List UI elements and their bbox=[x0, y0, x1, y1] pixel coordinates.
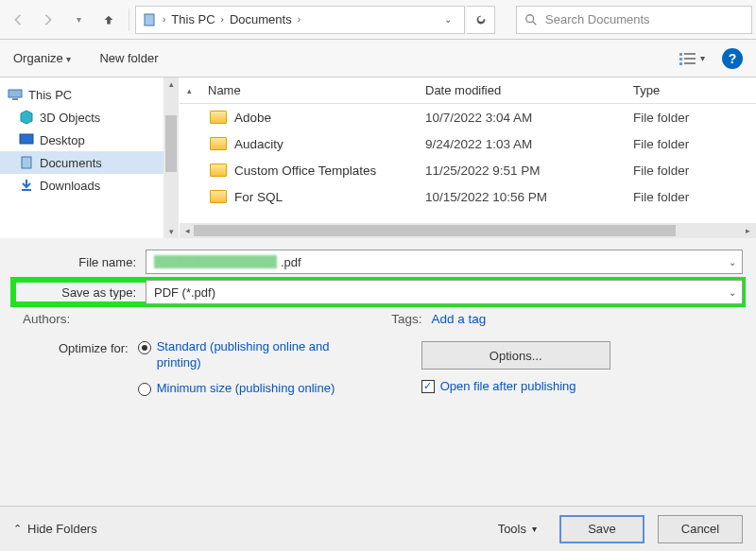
svg-rect-5 bbox=[679, 58, 682, 60]
cancel-button[interactable]: Cancel bbox=[658, 515, 743, 543]
folder-icon bbox=[210, 137, 227, 150]
svg-rect-7 bbox=[679, 62, 682, 65]
dialog-footer: ⌃ Hide Folders Tools▾ Save Cancel bbox=[0, 506, 756, 551]
chevron-right-icon: › bbox=[163, 14, 165, 25]
chevron-up-icon: ⌃ bbox=[13, 523, 22, 535]
folder-icon bbox=[210, 111, 227, 124]
table-row[interactable]: For SQL 10/15/2022 10:56 PM File folder bbox=[180, 183, 756, 210]
crumb-this-pc[interactable]: This PC› bbox=[171, 12, 224, 26]
svg-rect-4 bbox=[684, 53, 696, 55]
options-button[interactable]: Options... bbox=[421, 341, 610, 370]
table-row[interactable]: Custom Office Templates 11/25/2022 9:51 … bbox=[180, 157, 756, 183]
search-icon bbox=[524, 13, 538, 26]
column-headers: ▴ Name Date modified Type bbox=[180, 77, 756, 104]
documents-location-icon bbox=[142, 12, 157, 27]
optimize-minimum-radio[interactable]: Minimum size (publishing online) bbox=[138, 381, 346, 397]
tree-desktop[interactable]: Desktop bbox=[0, 129, 179, 151]
view-options-button[interactable]: ▾ bbox=[679, 52, 705, 65]
table-row[interactable]: Adobe 10/7/2022 3:04 AM File folder bbox=[180, 104, 756, 130]
table-row[interactable]: Audacity 9/24/2022 1:03 AM File folder bbox=[180, 130, 756, 157]
file-list: ▴ Name Date modified Type Adobe 10/7/202… bbox=[180, 77, 756, 238]
chevron-down-icon[interactable]: ⌄ bbox=[729, 257, 736, 267]
column-type[interactable]: Type bbox=[626, 83, 741, 97]
tree-this-pc[interactable]: This PC bbox=[0, 83, 179, 106]
svg-rect-12 bbox=[22, 157, 31, 168]
svg-point-1 bbox=[526, 14, 534, 22]
recent-locations-dropdown[interactable]: ▾ bbox=[64, 6, 93, 34]
tools-menu[interactable]: Tools▾ bbox=[498, 522, 537, 536]
svg-rect-9 bbox=[9, 90, 22, 97]
svg-rect-8 bbox=[684, 62, 696, 64]
svg-rect-3 bbox=[679, 53, 682, 56]
refresh-button[interactable] bbox=[467, 6, 495, 34]
search-input[interactable]: Search Documents bbox=[516, 6, 752, 34]
obscured-filename bbox=[154, 255, 277, 268]
save-as-type-dropdown[interactable]: PDF (*.pdf) ⌄ bbox=[146, 280, 743, 304]
file-name-input[interactable]: .pdf ⌄ bbox=[146, 250, 743, 274]
svg-rect-6 bbox=[684, 58, 696, 60]
file-name-label: File name: bbox=[13, 255, 146, 269]
pc-icon bbox=[8, 87, 23, 102]
documents-icon bbox=[19, 155, 34, 170]
folder-icon bbox=[210, 164, 227, 177]
save-as-type-label: Save as type: bbox=[13, 285, 146, 300]
address-bar: ▾ › This PC› Documents› ⌄ Search Documen… bbox=[0, 0, 756, 40]
save-button[interactable]: Save bbox=[559, 515, 644, 543]
tree-3d-objects[interactable]: 3D Objects bbox=[0, 106, 179, 129]
sort-indicator-icon: ▴ bbox=[180, 86, 200, 95]
sidebar-scrollbar[interactable]: ▴▾ bbox=[163, 77, 179, 238]
hide-folders-toggle[interactable]: ⌃ Hide Folders bbox=[13, 522, 97, 536]
forward-button[interactable] bbox=[34, 6, 62, 34]
new-folder-button[interactable]: New folder bbox=[99, 51, 158, 65]
add-a-tag-link[interactable]: Add a tag bbox=[432, 312, 487, 326]
navigation-tree: This PC 3D Objects Desktop Documents Dow… bbox=[0, 77, 180, 238]
folder-icon bbox=[210, 190, 227, 203]
help-button[interactable]: ? bbox=[722, 48, 743, 69]
column-name[interactable]: Name bbox=[200, 83, 418, 97]
open-after-publishing-checkbox[interactable]: ✓ Open file after publishing bbox=[421, 379, 743, 393]
tree-documents[interactable]: Documents bbox=[0, 151, 179, 174]
optimize-standard-radio[interactable]: Standard (publishing online and printing… bbox=[138, 339, 346, 371]
svg-rect-0 bbox=[145, 14, 154, 26]
up-button[interactable] bbox=[94, 6, 123, 34]
back-button[interactable] bbox=[4, 6, 32, 34]
svg-line-2 bbox=[533, 21, 537, 25]
column-date[interactable]: Date modified bbox=[418, 83, 626, 97]
tags-label: Tags: bbox=[391, 312, 421, 326]
download-icon bbox=[19, 178, 34, 193]
chevron-down-icon[interactable]: ⌄ bbox=[729, 287, 736, 298]
organize-menu[interactable]: Organize ▾ bbox=[13, 51, 71, 65]
optimize-for-label: Optimize for: bbox=[59, 339, 129, 406]
horizontal-scrollbar[interactable]: ◂▸ bbox=[180, 223, 756, 238]
svg-rect-10 bbox=[12, 98, 18, 100]
toolbar: Organize ▾ New folder ▾ ? bbox=[0, 40, 756, 77]
tree-downloads[interactable]: Downloads bbox=[0, 174, 179, 197]
desktop-icon bbox=[19, 132, 34, 147]
breadcrumb[interactable]: › This PC› Documents› ⌄ bbox=[135, 6, 465, 34]
authors-label: Authors: bbox=[23, 312, 70, 326]
search-placeholder: Search Documents bbox=[545, 12, 650, 26]
breadcrumb-history-dropdown[interactable]: ⌄ bbox=[438, 14, 458, 25]
svg-rect-11 bbox=[20, 134, 33, 144]
crumb-documents[interactable]: Documents› bbox=[230, 12, 301, 26]
cube-icon bbox=[19, 110, 34, 125]
